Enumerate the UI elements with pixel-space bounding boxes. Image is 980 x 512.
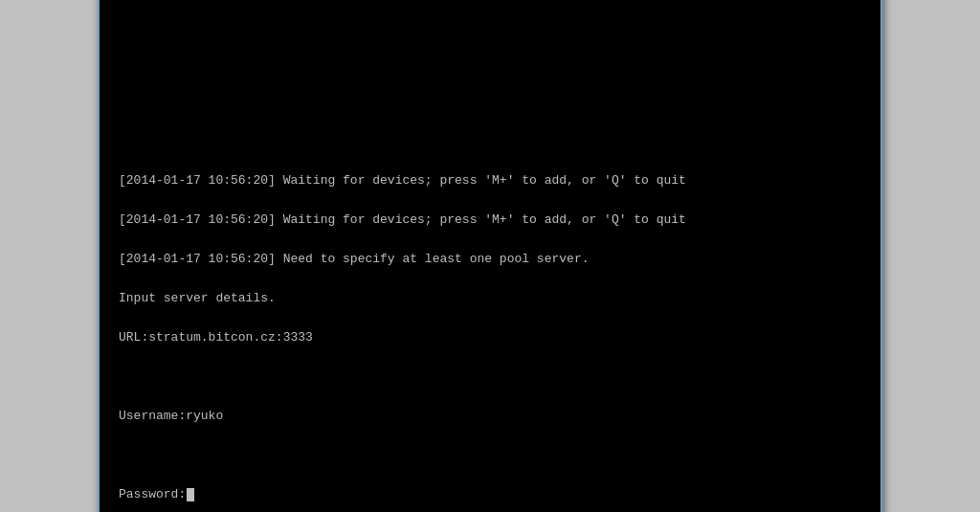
console-line	[119, 54, 861, 73]
console-line	[119, 367, 861, 387]
console-line	[119, 446, 861, 465]
console-line: Username:ryuko	[119, 407, 861, 426]
console-line: Input server details.	[119, 289, 861, 308]
console-line: [2014-01-17 10:56:20] Waiting for device…	[119, 211, 861, 230]
console-line: [2014-01-17 10:56:20] Waiting for device…	[119, 171, 861, 190]
console-line: [2014-01-17 10:56:20] Need to specify at…	[119, 250, 861, 269]
console-line: Password:	[119, 485, 861, 504]
console-line: URL:stratum.bitcon.cz:3333	[119, 328, 861, 347]
console-output: [2014-01-17 10:56:20] Waiting for device…	[100, 0, 880, 512]
application-window: ■ C:\Users\Ontecnia\Desktop\bfgminer-3.1…	[98, 0, 882, 512]
console-line	[119, 132, 861, 151]
console-line	[119, 93, 861, 112]
text-cursor	[187, 488, 194, 501]
console-line	[119, 14, 861, 33]
